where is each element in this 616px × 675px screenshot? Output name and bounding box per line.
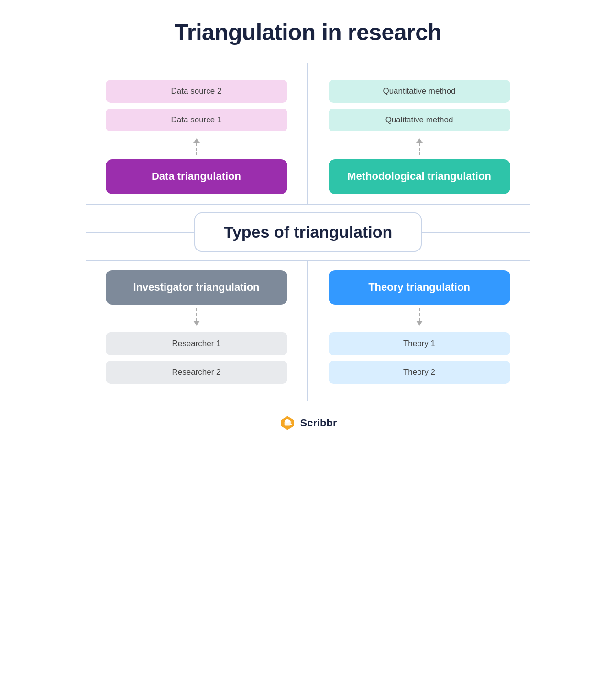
footer: Scribbr: [86, 414, 530, 432]
arrow-head-up-right: [416, 138, 423, 143]
theory-1-box: Theory 1: [329, 332, 510, 355]
page: Triangulation in research Data source 2 …: [57, 0, 559, 456]
investigator-triangulation-card: Investigator triangulation: [106, 270, 287, 305]
data-triangulation-card: Data triangulation: [106, 159, 287, 194]
scribbr-icon: [279, 414, 296, 432]
dashed-line-left-bottom: [196, 308, 197, 321]
scribbr-logo: Scribbr: [279, 414, 337, 432]
arrow-down-right: [416, 308, 423, 326]
arrow-head-up-left: [193, 138, 200, 143]
quadrant-bottom-right: Theory triangulation Theory 1 Theory 2: [308, 261, 530, 402]
researcher-1-box: Researcher 1: [106, 332, 287, 355]
data-source-2-box: Data source 2: [106, 80, 287, 103]
page-title: Triangulation in research: [86, 19, 530, 45]
center-box: Types of triangulation: [194, 212, 422, 252]
quadrant-top-left: Data source 2 Data source 1 Data triangu…: [86, 63, 308, 204]
quadrant-bottom-left: Investigator triangulation Researcher 1 …: [86, 261, 308, 402]
arrow-head-down-right: [416, 321, 423, 326]
methodological-triangulation-card: Methodological triangulation: [329, 159, 510, 194]
qualitative-method-box: Qualitative method: [329, 109, 510, 131]
theory-triangulation-card: Theory triangulation: [329, 270, 510, 305]
center-row: Types of triangulation: [86, 204, 530, 261]
quadrant-top-right: Quantitative method Qualitative method M…: [308, 63, 530, 204]
arrow-down-left: [193, 308, 200, 326]
quantitative-method-box: Quantitative method: [329, 80, 510, 103]
dashed-line-right-top: [419, 143, 420, 155]
center-box-text: Types of triangulation: [224, 223, 393, 241]
researcher-2-box: Researcher 2: [106, 361, 287, 384]
diagram: Data source 2 Data source 1 Data triangu…: [86, 63, 530, 401]
dashed-line-right-bottom: [419, 308, 420, 321]
arrow-up-left: [193, 138, 200, 155]
arrow-head-down-left: [193, 321, 200, 326]
data-source-1-box: Data source 1: [106, 109, 287, 131]
dashed-line-left: [196, 143, 197, 155]
scribbr-brand-text: Scribbr: [300, 417, 337, 429]
theory-2-box: Theory 2: [329, 361, 510, 384]
svg-point-4: [290, 424, 292, 425]
arrow-up-right: [416, 138, 423, 155]
